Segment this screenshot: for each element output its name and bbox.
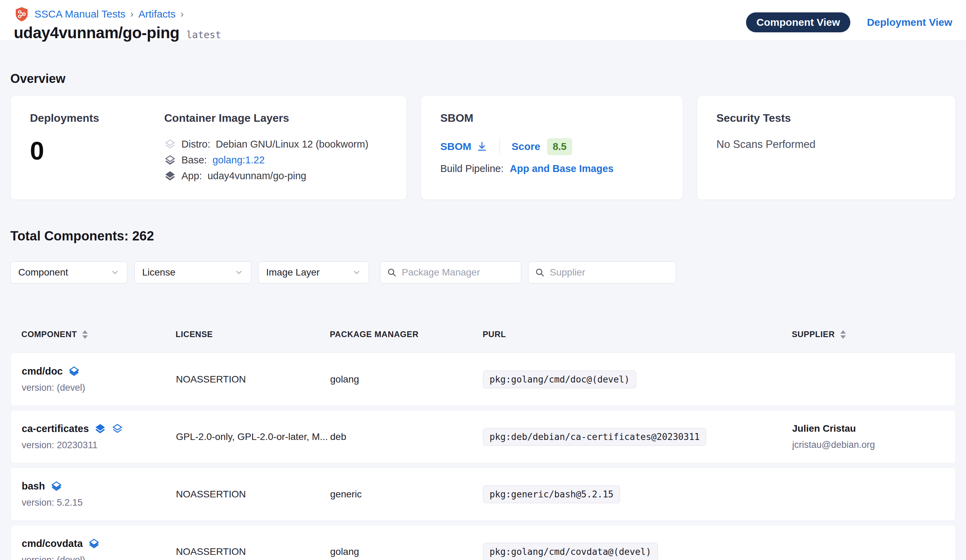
- breadcrumb-separator: ›: [130, 8, 133, 20]
- column-header-package-manager: PACKAGE MANAGER: [330, 329, 483, 339]
- view-toggle: Component View Deployment View: [746, 12, 952, 32]
- filter-bar: Component License Image Layer: [10, 262, 956, 283]
- base-image-link[interactable]: golang:1.22: [212, 154, 265, 166]
- supplier-name: Julien Cristau: [792, 423, 944, 434]
- component-view-button[interactable]: Component View: [746, 12, 850, 32]
- layers-app-blue-icon: [51, 480, 62, 492]
- license-cell: NOASSERTION: [176, 374, 330, 385]
- sbom-score-link[interactable]: Score: [512, 141, 540, 152]
- table-row[interactable]: bash version: 5.2.15 NOASSERTION generic…: [10, 467, 956, 521]
- component-name: ca-certificates: [22, 423, 89, 434]
- package-manager-search-input[interactable]: [402, 267, 515, 278]
- deployments-title: Deployments: [30, 112, 164, 124]
- deployments-layers-card: Deployments 0 Container Image Layers Dis…: [10, 96, 407, 200]
- column-label: COMPONENT: [21, 329, 77, 339]
- package-manager-cell: generic: [330, 489, 483, 500]
- package-manager-cell: deb: [330, 431, 483, 442]
- build-pipeline-link[interactable]: App and Base Images: [510, 163, 613, 174]
- supplier-cell: Julien Cristau jcristau@debian.org: [792, 423, 944, 450]
- sbom-download-link[interactable]: SBOM: [440, 141, 488, 152]
- column-header-license: LICENSE: [176, 329, 330, 339]
- layer-label: Distro:: [181, 139, 210, 150]
- supplier-search-input[interactable]: [550, 267, 670, 278]
- ssca-shield-icon: [14, 6, 30, 22]
- image-layers-title: Container Image Layers: [164, 112, 387, 124]
- sort-icon[interactable]: [82, 330, 88, 339]
- layer-label: Base:: [181, 154, 207, 166]
- component-name: bash: [22, 481, 45, 492]
- sort-icon[interactable]: [840, 330, 846, 339]
- page-header: SSCA Manual Tests › Artifacts › uday4vun…: [0, 0, 966, 41]
- component-filter-value: Component: [18, 267, 68, 278]
- component-version: version: 20230311: [22, 440, 176, 450]
- search-icon: [535, 267, 545, 278]
- supplier-cell: [792, 377, 944, 382]
- layer-row-app: App: uday4vunnam/go-ping: [164, 168, 387, 184]
- layers-outline-gray-icon: [164, 138, 176, 150]
- layers-app-blue-icon: [88, 538, 100, 549]
- image-layer-filter-select[interactable]: Image Layer: [258, 262, 369, 283]
- layers-app-blue-icon: [68, 365, 80, 377]
- purl-pill[interactable]: pkg:deb/debian/ca-certificates@20230311: [483, 428, 706, 446]
- table-row[interactable]: cmd/doc version: (devel) NOASSERTION gol…: [10, 352, 956, 406]
- chevron-down-icon: [110, 268, 120, 277]
- components-table: cmd/doc version: (devel) NOASSERTION gol…: [10, 352, 956, 560]
- breadcrumb-project-link[interactable]: SSCA Manual Tests: [34, 8, 126, 20]
- layer-label: App:: [181, 170, 202, 182]
- column-label: LICENSE: [176, 329, 213, 339]
- breadcrumb-artifacts-link[interactable]: Artifacts: [138, 8, 176, 20]
- license-cell: GPL-2.0-only, GPL-2.0-or-later, M...: [176, 431, 330, 442]
- security-tests-status: No Scans Performed: [716, 138, 936, 151]
- search-icon: [387, 267, 397, 278]
- package-manager-search: [380, 262, 521, 283]
- layer-row-base: Base: golang:1.22: [164, 152, 387, 168]
- license-cell: NOASSERTION: [176, 546, 330, 557]
- table-header: COMPONENT LICENSE PACKAGE MANAGER PURL S…: [10, 325, 956, 344]
- license-filter-select[interactable]: License: [134, 262, 251, 283]
- table-row[interactable]: ca-certificates version: 20230311 GPL-2.…: [10, 410, 956, 463]
- license-cell: NOASSERTION: [176, 489, 330, 500]
- build-pipeline-label: Build Pipeline:: [440, 163, 504, 174]
- purl-pill[interactable]: pkg:generic/bash@5.2.15: [483, 485, 620, 503]
- sbom-title: SBOM: [440, 112, 664, 124]
- component-name: cmd/covdata: [22, 538, 83, 549]
- component-name: cmd/doc: [22, 366, 62, 377]
- supplier-search: [528, 262, 676, 283]
- layer-value-app: uday4vunnam/go-ping: [208, 170, 306, 182]
- image-layer-filter-value: Image Layer: [266, 267, 320, 278]
- security-tests-card: Security Tests No Scans Performed: [697, 96, 956, 200]
- layer-value-distro: Debian GNU/Linux 12 (bookworm): [216, 139, 368, 150]
- layers-filled-blue-icon: [94, 423, 106, 434]
- layers-half-gray-icon: [164, 154, 176, 166]
- column-label: PACKAGE MANAGER: [330, 329, 419, 339]
- security-tests-title: Security Tests: [716, 112, 936, 124]
- supplier-cell: [792, 491, 944, 497]
- column-label: PURL: [483, 329, 506, 339]
- layer-row-distro: Distro: Debian GNU/Linux 12 (bookworm): [164, 136, 387, 152]
- component-filter-select[interactable]: Component: [10, 262, 127, 283]
- component-version: version: (devel): [22, 383, 176, 393]
- package-manager-cell: golang: [330, 374, 483, 385]
- supplier-cell: [792, 549, 944, 555]
- layers-outline-blue-icon: [112, 423, 123, 434]
- artifact-tag: latest: [186, 29, 221, 41]
- sbom-download-label: SBOM: [440, 141, 471, 152]
- total-components-heading: Total Components: 262: [10, 229, 956, 244]
- purl-pill[interactable]: pkg:golang/cmd/covdata@(devel): [483, 543, 658, 560]
- layers-filled-gray-icon: [164, 170, 176, 182]
- divider: [499, 138, 500, 155]
- license-filter-value: License: [142, 267, 176, 278]
- component-version: version: (devel): [22, 555, 176, 560]
- column-label: SUPPLIER: [792, 329, 835, 339]
- table-row[interactable]: cmd/covdata version: (devel) NOASSERTION…: [10, 525, 956, 560]
- deployment-view-button[interactable]: Deployment View: [867, 16, 952, 28]
- breadcrumb-separator: ›: [181, 8, 184, 20]
- purl-pill[interactable]: pkg:golang/cmd/doc@(devel): [483, 370, 636, 388]
- sbom-card: SBOM SBOM Score 8.5 Build Pipeline: App …: [421, 96, 683, 200]
- chevron-down-icon: [352, 268, 361, 277]
- column-header-supplier: SUPPLIER: [792, 329, 945, 339]
- column-header-purl: PURL: [483, 329, 792, 339]
- overview-heading: Overview: [10, 72, 956, 86]
- download-icon[interactable]: [476, 141, 488, 152]
- sbom-score-badge: 8.5: [547, 138, 572, 155]
